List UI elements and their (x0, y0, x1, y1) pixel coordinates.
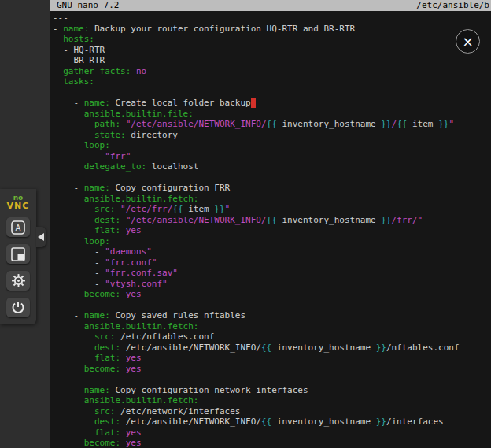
code-line: flat: yes (53, 225, 491, 236)
settings-gear-icon (11, 273, 26, 288)
code-line: state: directory (53, 130, 491, 141)
fullscreen-button[interactable] (6, 244, 30, 264)
code-line: - BR-RTR (53, 55, 491, 66)
settings-button[interactable] (6, 271, 30, 291)
code-line: loop: (53, 236, 491, 247)
power-icon (10, 300, 26, 316)
novnc-logo: no VNC (7, 193, 30, 210)
code-line: ansible.builtin.file: (53, 109, 491, 120)
code-line: tasks: (53, 76, 491, 87)
code-line: gather_facts: no (53, 66, 491, 77)
close-icon: × (462, 34, 473, 50)
code-line: src: "/etc/frr/{{ item }}" (53, 204, 491, 215)
code-line: flat: yes (53, 428, 491, 439)
editor-content[interactable]: ---- name: Backup your router configurat… (50, 11, 491, 448)
code-line: - name: Create local folder backup (53, 98, 491, 109)
code-line: path: "/etc/ansible/NETWORK_INFO/{{ inve… (53, 119, 491, 130)
code-line (53, 172, 491, 183)
code-line: dest: /etc/ansible/NETWORK_INFO/{{ inven… (53, 342, 491, 354)
code-line: dest: /etc/ansible/NETWORK_INFO/{{ inven… (53, 417, 491, 428)
code-line: - "vtysh.conf" (53, 279, 491, 290)
text-cursor (251, 98, 257, 108)
code-line: hosts: (53, 34, 491, 45)
code-line: src: /etc/network/interfaces (53, 406, 491, 417)
code-line: become: yes (53, 289, 491, 300)
code-line: --- (53, 13, 491, 24)
keyboard-button[interactable]: A (6, 217, 30, 237)
code-line: delegate_to: localhost (53, 161, 491, 172)
keyboard-a-icon: A (10, 220, 26, 235)
code-line: - "frr.conf.sav" (53, 268, 491, 279)
code-line: loop: (53, 140, 491, 151)
code-line: - "daemons" (53, 246, 491, 257)
app-title: GNU nano 7.2 (57, 0, 119, 11)
close-button[interactable]: × (456, 29, 480, 54)
nano-titlebar: GNU nano 7.2 /etc/ansible/b (50, 0, 491, 11)
code-line: - HQ-RTR (53, 45, 491, 56)
vnc-control-bar: no VNC A (0, 189, 36, 324)
desktop: GNU nano 7.2 /etc/ansible/b ---- name: B… (0, 0, 491, 448)
code-line: - name: Backup your router configuration… (53, 24, 491, 35)
code-line: src: /etc/nftables.conf (53, 331, 491, 342)
controlbar-handle[interactable] (36, 227, 46, 247)
code-line: ansible.builtin.fetch: (53, 194, 491, 205)
code-line: ansible.builtin.fetch: (53, 395, 491, 406)
code-line: - "frr" (53, 151, 491, 162)
code-line: become: yes (53, 438, 491, 448)
code-line: flat: yes (53, 353, 491, 364)
code-line (53, 87, 491, 98)
file-path: /etc/ansible/b (416, 0, 489, 11)
code-line (53, 300, 491, 311)
code-line: dest: "/etc/ansible/NETWORK_INFO/{{ inve… (53, 215, 491, 226)
code-line: - name: Copy saved rules nftables (53, 310, 491, 321)
code-line: - "frr.conf" (53, 257, 491, 268)
terminal-window[interactable]: GNU nano 7.2 /etc/ansible/b ---- name: B… (50, 0, 491, 448)
code-line: become: yes (53, 364, 491, 375)
code-line: - name: Copy configuration FRR (53, 183, 491, 194)
chevron-left-icon (38, 233, 44, 241)
fullscreen-icon (10, 246, 26, 262)
code-line: ansible.builtin.fetch: (53, 321, 491, 332)
code-line (53, 374, 491, 385)
keyboard-key-label: A (16, 224, 21, 232)
logo-text-bottom: VNC (7, 202, 30, 210)
disconnect-button[interactable] (6, 298, 30, 317)
code-line: - name: Copy configuration network inter… (53, 385, 491, 396)
